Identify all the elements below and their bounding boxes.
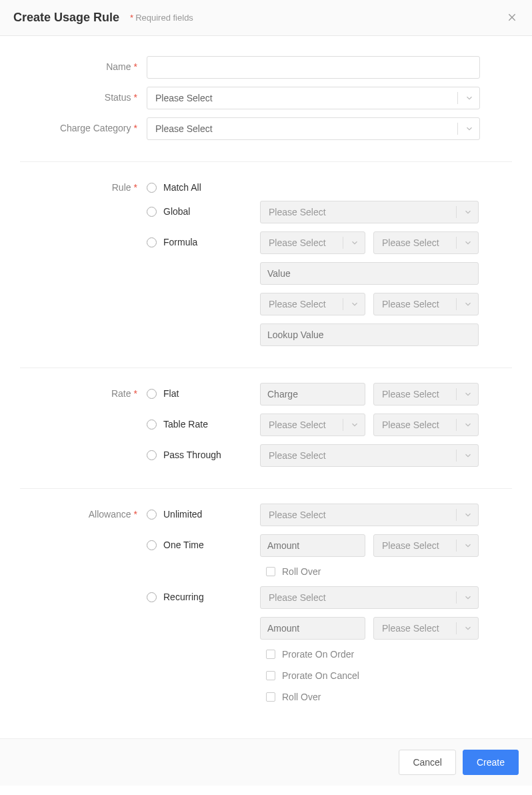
cancel-button[interactable]: Cancel: [399, 750, 456, 775]
radio-icon: [147, 389, 157, 399]
section-rule: Rule* Match All Global Please Select: [20, 177, 512, 368]
chevron-down-icon: [463, 207, 473, 217]
chevron-down-icon: [465, 124, 474, 133]
checkbox-icon: [266, 671, 275, 680]
radio-icon: [147, 450, 157, 460]
radio-icon: [147, 207, 157, 217]
chevron-down-icon: [463, 420, 473, 430]
chevron-down-icon: [463, 299, 473, 309]
radio-match-all[interactable]: Match All: [147, 182, 201, 193]
label-name: Name*: [20, 56, 147, 72]
asterisk-icon: *: [130, 13, 133, 23]
name-input[interactable]: [147, 56, 480, 79]
checkbox-roll-over-recurring[interactable]: Roll Over: [266, 692, 321, 702]
label-allowance: Allowance*: [20, 504, 147, 520]
radio-icon: [147, 183, 157, 193]
label-rule: Rule*: [20, 177, 147, 193]
section-allowance: Allowance* Unlimited Please Select: [20, 504, 512, 725]
chevron-down-icon: [463, 510, 473, 520]
radio-icon: [147, 592, 157, 602]
required-fields-note: *Required fields: [130, 13, 193, 23]
radio-unlimited[interactable]: Unlimited: [147, 509, 202, 520]
global-select[interactable]: Please Select: [260, 201, 479, 223]
label-rate: Rate*: [20, 383, 147, 399]
checkbox-prorate-on-cancel[interactable]: Prorate On Cancel: [266, 670, 359, 681]
radio-one-time[interactable]: One Time: [147, 540, 204, 550]
chevron-down-icon: [463, 389, 473, 399]
form-body: Name* Status* Please Select Charge Categ…: [0, 36, 532, 738]
section-rate: Rate* Flat Please Select: [20, 383, 512, 489]
formula-select-2[interactable]: Please Select: [373, 231, 479, 254]
label-charge-category: Charge Category*: [20, 117, 147, 133]
radio-formula[interactable]: Formula: [147, 237, 197, 247]
section-basic: Name* Status* Please Select Charge Categ…: [20, 56, 512, 162]
formula-select-1[interactable]: Please Select: [260, 231, 365, 254]
chevron-down-icon: [463, 238, 473, 247]
checkbox-icon: [266, 692, 275, 702]
radio-global[interactable]: Global: [147, 206, 190, 217]
charge-input[interactable]: [260, 383, 365, 406]
checkbox-icon: [266, 567, 275, 576]
dialog-header: Create Usage Rule *Required fields: [0, 0, 532, 36]
close-icon: [507, 12, 517, 23]
value-input[interactable]: [260, 262, 479, 285]
create-button[interactable]: Create: [463, 750, 519, 775]
recurring-select[interactable]: Please Select: [260, 586, 479, 609]
chevron-down-icon: [350, 238, 359, 247]
radio-icon: [147, 540, 157, 550]
lookup-value-input[interactable]: [260, 323, 479, 346]
table-rate-select-2[interactable]: Please Select: [373, 414, 479, 436]
chevron-down-icon: [463, 624, 473, 633]
unlimited-select[interactable]: Please Select: [260, 504, 479, 526]
chevron-down-icon: [350, 299, 359, 309]
checkbox-icon: [266, 650, 275, 659]
radio-icon: [147, 510, 157, 520]
recurring-unit-select[interactable]: Please Select: [373, 617, 479, 640]
checkbox-roll-over-one-time[interactable]: Roll Over: [266, 566, 321, 577]
one-time-unit-select[interactable]: Please Select: [373, 534, 479, 557]
formula-select-3[interactable]: Please Select: [260, 293, 365, 315]
radio-recurring[interactable]: Recurring: [147, 592, 204, 602]
label-status: Status*: [20, 87, 147, 103]
close-button[interactable]: [505, 11, 519, 24]
chevron-down-icon: [350, 420, 359, 430]
status-select[interactable]: Please Select: [147, 87, 480, 109]
checkbox-prorate-on-order[interactable]: Prorate On Order: [266, 649, 354, 660]
recurring-amount-input[interactable]: [260, 617, 365, 640]
chevron-down-icon: [463, 593, 473, 602]
radio-pass-through[interactable]: Pass Through: [147, 450, 221, 460]
radio-table-rate[interactable]: Table Rate: [147, 419, 208, 430]
dialog-footer: Cancel Create: [0, 738, 532, 786]
chevron-down-icon: [463, 451, 473, 460]
table-rate-select-1[interactable]: Please Select: [260, 414, 365, 436]
charge-category-select[interactable]: Please Select: [147, 117, 480, 140]
dialog-title: Create Usage Rule: [13, 11, 119, 25]
chevron-down-icon: [463, 541, 473, 550]
formula-select-4[interactable]: Please Select: [373, 293, 479, 315]
chevron-down-icon: [465, 93, 474, 103]
radio-flat[interactable]: Flat: [147, 388, 179, 399]
pass-through-select[interactable]: Please Select: [260, 444, 479, 467]
flat-unit-select[interactable]: Please Select: [373, 383, 479, 406]
one-time-amount-input[interactable]: [260, 534, 365, 557]
radio-icon: [147, 420, 157, 430]
radio-icon: [147, 237, 157, 247]
